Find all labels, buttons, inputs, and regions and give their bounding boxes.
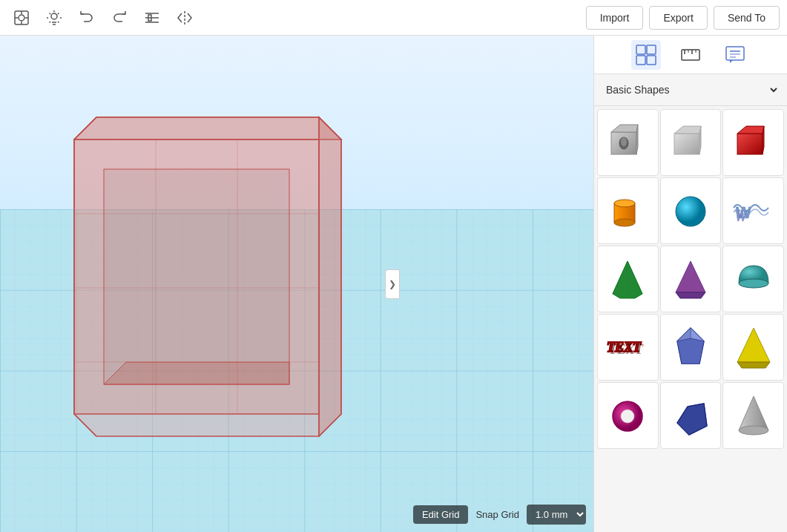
shapes-library-icon-button[interactable]	[631, 40, 661, 70]
shape-item-cone[interactable]	[722, 382, 784, 449]
svg-marker-73	[737, 328, 770, 362]
svg-rect-39	[726, 47, 744, 60]
import-button[interactable]: Import	[586, 6, 644, 30]
svg-point-6	[51, 13, 57, 19]
viewport[interactable]: ❯ Edit Grid Snap Grid 1.0 mm	[0, 36, 593, 532]
right-panel: Basic Shapes Geometric Community	[593, 36, 787, 532]
edit-grid-button[interactable]: Edit Grid	[413, 505, 469, 524]
mirror-icon-button[interactable]	[171, 4, 199, 32]
shape-item-half-sphere[interactable]	[722, 246, 784, 312]
svg-marker-20	[104, 362, 289, 384]
svg-marker-65	[676, 292, 705, 298]
svg-rect-31	[647, 45, 656, 54]
svg-marker-64	[676, 261, 705, 292]
svg-marker-72	[677, 338, 704, 364]
svg-marker-18	[319, 117, 341, 436]
svg-marker-46	[636, 125, 638, 154]
svg-rect-19	[104, 169, 289, 384]
shape-library-header: Basic Shapes Geometric Community	[594, 74, 787, 106]
svg-point-56	[614, 200, 635, 207]
main-content: ❯ Edit Grid Snap Grid 1.0 mm	[0, 36, 787, 532]
shape-item-box-blue[interactable]	[660, 382, 722, 449]
export-button[interactable]: Export	[649, 6, 707, 30]
svg-point-48	[621, 137, 627, 146]
send-to-button[interactable]: Send To	[714, 6, 780, 30]
shape-item-gem[interactable]	[660, 314, 722, 381]
viewport-bottom-controls: Edit Grid Snap Grid 1.0 mm	[413, 505, 586, 525]
shape-item-pyramid-purple[interactable]	[660, 246, 722, 312]
shape-item-box-red[interactable]	[722, 109, 784, 176]
svg-point-1	[19, 15, 24, 21]
svg-marker-79	[739, 396, 768, 430]
toolbar-right: Import Export Send To	[586, 6, 780, 30]
svg-rect-49	[674, 134, 699, 154]
shape-item-text-3d[interactable]: TEXT TEXT	[597, 314, 659, 381]
shape-item-box-hole[interactable]	[597, 109, 659, 176]
svg-marker-74	[737, 362, 770, 368]
undo-icon-button[interactable]	[73, 4, 101, 32]
light-icon-button[interactable]	[40, 4, 68, 32]
shape-item-cylinder[interactable]	[597, 177, 659, 244]
svg-rect-52	[737, 134, 763, 154]
3d-box-shape[interactable]	[45, 95, 356, 466]
svg-text:TEXT: TEXT	[609, 342, 644, 357]
align-icon-button[interactable]	[138, 4, 166, 32]
svg-rect-32	[636, 56, 645, 65]
view-icon-button[interactable]	[7, 4, 36, 32]
svg-point-76	[621, 410, 634, 423]
panel-top-icons	[594, 36, 787, 74]
svg-point-57	[614, 219, 635, 226]
redo-icon-button[interactable]	[105, 4, 134, 32]
svg-point-80	[739, 426, 768, 435]
shape-item-pyramid-green[interactable]	[597, 246, 659, 312]
svg-point-58	[676, 197, 705, 226]
shapes-grid: W W	[594, 106, 787, 532]
collapse-panel-arrow[interactable]: ❯	[385, 269, 400, 299]
top-toolbar: Import Export Send To	[0, 0, 787, 36]
svg-text:W: W	[734, 208, 748, 224]
shape-library-select[interactable]: Basic Shapes Geometric Community	[602, 80, 780, 99]
notes-icon-button[interactable]	[720, 40, 750, 70]
shape-item-sphere[interactable]	[660, 177, 722, 244]
svg-marker-78	[677, 404, 707, 435]
svg-point-66	[739, 279, 768, 288]
svg-marker-50	[674, 126, 701, 134]
svg-rect-30	[636, 45, 645, 54]
shape-item-torus[interactable]	[597, 382, 659, 449]
svg-marker-53	[737, 126, 764, 134]
shape-item-3d-text-wavy[interactable]: W W	[722, 177, 784, 244]
shape-item-pyramid-yellow[interactable]	[722, 314, 784, 381]
toolbar-left	[7, 4, 199, 32]
svg-marker-45	[611, 125, 638, 132]
svg-marker-17	[74, 117, 341, 139]
snap-grid-label: Snap Grid	[475, 509, 519, 520]
shape-item-box-silver[interactable]	[660, 109, 722, 176]
ruler-icon-button[interactable]	[676, 40, 705, 70]
svg-rect-33	[647, 56, 656, 65]
snap-grid-select[interactable]: 1.0 mm	[527, 505, 586, 525]
